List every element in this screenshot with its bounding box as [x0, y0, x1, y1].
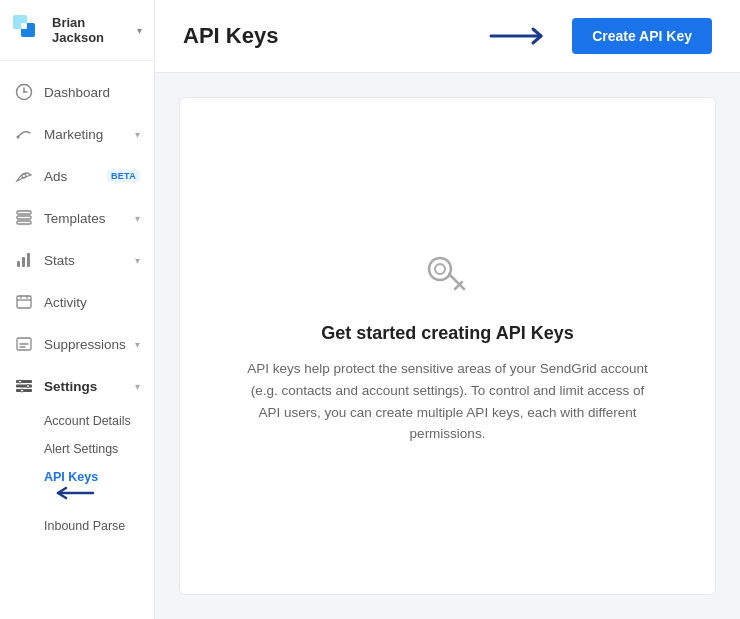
chevron-right-icon: ▾ [135, 255, 140, 266]
settings-icon [14, 376, 34, 396]
sidebar-item-label-stats: Stats [44, 253, 135, 268]
settings-sub-nav: Account Details Alert Settings API Keys … [0, 407, 154, 540]
sidebar: Brian Jackson ▾ Dashboard Market [0, 0, 155, 619]
templates-icon [14, 208, 34, 228]
sidebar-item-label-ads: Ads [44, 169, 101, 184]
sidebar-item-label-templates: Templates [44, 211, 135, 226]
sidebar-item-ads[interactable]: Ads BETA [0, 155, 154, 197]
sidebar-item-stats[interactable]: Stats ▾ [0, 239, 154, 281]
sidebar-nav: Dashboard Marketing ▾ Ads BETA [0, 61, 154, 619]
arrow-indicator [486, 24, 556, 48]
sidebar-item-label-suppressions: Suppressions [44, 337, 135, 352]
svg-rect-7 [17, 216, 31, 219]
back-arrow-indicator [48, 484, 98, 502]
sidebar-item-settings[interactable]: Settings ▾ [0, 365, 154, 407]
svg-rect-8 [17, 221, 31, 224]
svg-point-18 [27, 385, 30, 388]
svg-point-20 [429, 258, 451, 280]
dashboard-icon [14, 82, 34, 102]
beta-badge: BETA [107, 170, 140, 182]
svg-rect-10 [22, 257, 25, 267]
sidebar-item-suppressions[interactable]: Suppressions ▾ [0, 323, 154, 365]
chevron-down-icon: ▾ [137, 25, 142, 36]
chevron-right-icon: ▾ [135, 213, 140, 224]
svg-rect-12 [17, 296, 31, 308]
sidebar-item-activity[interactable]: Activity [0, 281, 154, 323]
svg-point-21 [435, 264, 445, 274]
sub-nav-api-keys[interactable]: API Keys [0, 463, 154, 512]
chevron-right-icon: ▾ [135, 381, 140, 392]
svg-rect-9 [17, 261, 20, 267]
sidebar-item-templates[interactable]: Templates ▾ [0, 197, 154, 239]
sidebar-item-label-activity: Activity [44, 295, 140, 310]
sidebar-item-label-marketing: Marketing [44, 127, 135, 142]
marketing-icon [14, 124, 34, 144]
sidebar-item-marketing[interactable]: Marketing ▾ [0, 113, 154, 155]
chevron-right-icon: ▾ [135, 339, 140, 350]
brand-logo [12, 14, 44, 46]
svg-rect-6 [17, 211, 31, 214]
empty-state-title: Get started creating API Keys [321, 323, 573, 344]
empty-state-description: API keys help protect the sensitive area… [240, 358, 655, 444]
content-area: Get started creating API Keys API keys h… [155, 73, 740, 619]
top-bar: API Keys Create API Key [155, 0, 740, 73]
chevron-right-icon: ▾ [135, 129, 140, 140]
sidebar-item-label-settings: Settings [44, 379, 135, 394]
user-name-label: Brian Jackson [52, 15, 137, 45]
sidebar-item-dashboard[interactable]: Dashboard [0, 71, 154, 113]
activity-icon [14, 292, 34, 312]
svg-rect-11 [27, 253, 30, 267]
main-content: API Keys Create API Key Get starte [155, 0, 740, 619]
sub-nav-alert-settings[interactable]: Alert Settings [0, 435, 154, 463]
sub-nav-inbound-parse[interactable]: Inbound Parse [0, 512, 154, 540]
svg-point-4 [17, 136, 20, 139]
suppressions-icon [14, 334, 34, 354]
ads-icon [14, 166, 34, 186]
svg-point-17 [19, 380, 22, 383]
create-api-key-button[interactable]: Create API Key [572, 18, 712, 54]
sidebar-item-label-dashboard: Dashboard [44, 85, 140, 100]
key-icon [422, 247, 474, 303]
page-title: API Keys [183, 23, 486, 49]
sub-nav-account-details[interactable]: Account Details [0, 407, 154, 435]
svg-rect-2 [21, 23, 27, 29]
svg-point-5 [22, 174, 26, 178]
stats-icon [14, 250, 34, 270]
svg-point-19 [21, 389, 24, 392]
sidebar-user-header[interactable]: Brian Jackson ▾ [0, 0, 154, 61]
empty-state-card: Get started creating API Keys API keys h… [179, 97, 716, 595]
